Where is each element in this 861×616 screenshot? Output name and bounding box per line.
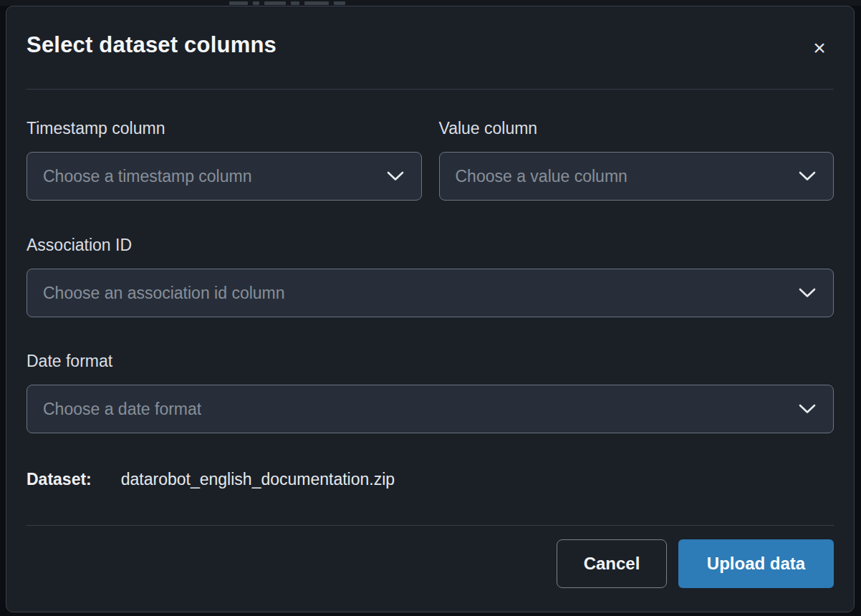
timestamp-column-field: Timestamp column Choose a timestamp colu… bbox=[27, 119, 422, 201]
column-select-row: Timestamp column Choose a timestamp colu… bbox=[27, 119, 834, 201]
cancel-button[interactable]: Cancel bbox=[557, 539, 667, 588]
dialog-footer: Cancel Upload data bbox=[27, 539, 834, 588]
timestamp-column-placeholder: Choose a timestamp column bbox=[43, 167, 251, 186]
chevron-down-icon bbox=[799, 288, 816, 298]
background-page-strip bbox=[0, 0, 861, 6]
dataset-info-row: Dataset: datarobot_english_documentation… bbox=[27, 470, 834, 489]
select-dataset-columns-dialog: Select dataset columns × Timestamp colum… bbox=[6, 6, 855, 612]
value-column-label: Value column bbox=[439, 119, 834, 138]
timestamp-column-select[interactable]: Choose a timestamp column bbox=[27, 152, 422, 201]
value-column-select[interactable]: Choose a value column bbox=[439, 152, 834, 201]
upload-data-button[interactable]: Upload data bbox=[678, 539, 834, 588]
chevron-down-icon bbox=[799, 404, 816, 414]
association-id-select[interactable]: Choose an association id column bbox=[27, 269, 834, 317]
value-column-field: Value column Choose a value column bbox=[439, 119, 834, 201]
date-format-placeholder: Choose a date format bbox=[43, 400, 201, 419]
timestamp-column-label: Timestamp column bbox=[27, 119, 422, 138]
date-format-field: Date format Choose a date format bbox=[27, 352, 834, 433]
screen: Select dataset columns × Timestamp colum… bbox=[0, 0, 861, 616]
date-format-label: Date format bbox=[27, 352, 834, 371]
close-button[interactable]: × bbox=[807, 35, 832, 61]
chevron-down-icon bbox=[387, 171, 404, 181]
footer-divider bbox=[27, 525, 834, 526]
chevron-down-icon bbox=[799, 171, 816, 181]
value-column-placeholder: Choose a value column bbox=[456, 167, 627, 186]
date-format-select[interactable]: Choose a date format bbox=[27, 385, 834, 433]
dialog-header: Select dataset columns × bbox=[27, 6, 834, 90]
dialog-title: Select dataset columns bbox=[27, 6, 834, 58]
association-id-field: Association ID Choose an association id … bbox=[27, 236, 834, 317]
background-clipped-text bbox=[229, 1, 345, 5]
dialog-body: Timestamp column Choose a timestamp colu… bbox=[6, 119, 854, 588]
association-id-label: Association ID bbox=[27, 236, 834, 255]
association-id-placeholder: Choose an association id column bbox=[43, 284, 285, 303]
dataset-filename: datarobot_english_documentation.zip bbox=[121, 470, 395, 489]
dataset-label: Dataset: bbox=[27, 470, 92, 489]
close-icon: × bbox=[813, 37, 826, 59]
